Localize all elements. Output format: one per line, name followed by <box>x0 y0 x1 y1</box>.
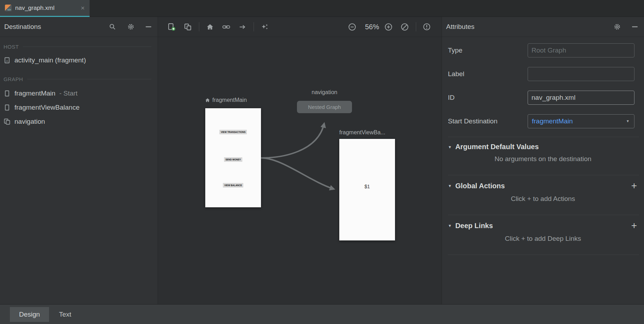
preview-balance-text: $1 <box>339 184 395 189</box>
destination-nested-graph[interactable]: Nested Graph <box>297 101 352 113</box>
list-item-fragment-main[interactable]: fragmentMain - Start <box>4 86 158 100</box>
attributes-header: Attributes <box>442 17 644 37</box>
hide-panel-icon[interactable] <box>146 26 151 27</box>
editor-tab-nav-graph[interactable]: </> nav_graph.xml × <box>0 0 90 17</box>
search-icon[interactable] <box>109 23 116 30</box>
section-rule <box>27 79 151 79</box>
preview-button: VIEW BALANCE <box>223 183 243 188</box>
editor-tab-strip: </> nav_graph.xml × <box>0 0 644 17</box>
type-row: Type <box>442 38 644 62</box>
chevron-down-icon[interactable]: ▼ <box>621 119 634 123</box>
type-input[interactable] <box>528 43 634 57</box>
deep-links-hint: Click + to add Deep Links <box>442 235 644 243</box>
deep-links-header[interactable]: ▼ Deep Links + <box>442 221 644 231</box>
destinations-panel: Destinations HOST A acti <box>0 17 158 304</box>
zoom-in-icon[interactable] <box>382 20 395 33</box>
toolbar-separator <box>199 22 199 31</box>
list-item-navigation[interactable]: navigation <box>4 115 158 129</box>
list-item-label: navigation <box>14 118 45 126</box>
preview-button: VIEW TRANSACTIONS <box>219 130 247 134</box>
graph-section-label: GRAPH <box>4 74 158 84</box>
collapse-triangle-icon: ▼ <box>448 184 452 188</box>
tab-text[interactable]: Text <box>50 307 80 322</box>
attributes-title: Attributes <box>446 23 474 31</box>
zoom-level: 56% <box>365 23 379 31</box>
toolbar-separator <box>254 22 254 31</box>
label-label: Label <box>448 70 464 78</box>
list-item-fragment-view-balance[interactable]: fragmentViewBalance <box>4 100 158 115</box>
xml-file-icon: </> <box>5 5 12 11</box>
navigation-node-label: navigation <box>297 89 352 96</box>
list-item-activity-main[interactable]: A activity_main (fragment) <box>4 53 158 68</box>
start-destination-row: Start Destination fragmentMain ▼ <box>442 109 644 133</box>
start-destination-dropdown[interactable]: fragmentMain ▼ <box>528 114 634 128</box>
collapse-triangle-icon: ▼ <box>448 224 452 228</box>
home-tool-icon[interactable] <box>203 20 216 33</box>
tab-title: nav_graph.xml <box>15 5 55 12</box>
start-destination-label: Start Destination <box>448 117 497 125</box>
editor-mode-bar: Design Text <box>0 304 644 324</box>
argument-section-header[interactable]: ▼ Argument Default Values <box>442 143 644 151</box>
activity-icon: A <box>4 57 11 64</box>
add-action-button[interactable]: + <box>631 181 637 191</box>
global-actions-section: ▼ Global Actions + Click + to add Action… <box>442 175 644 203</box>
gear-icon[interactable] <box>614 23 621 30</box>
gear-icon[interactable] <box>127 23 134 30</box>
destination-fragment-main[interactable]: VIEW TRANSACTIONS SEND MONEY VIEW BALANC… <box>205 108 261 207</box>
zoom-out-icon[interactable] <box>346 20 359 33</box>
argument-default-values-section: ▼ Argument Default Values No arguments o… <box>442 137 644 163</box>
label-input[interactable] <box>528 67 634 81</box>
dropdown-value: fragmentMain <box>528 117 621 125</box>
id-input[interactable] <box>528 91 634 105</box>
fragment-icon <box>4 90 11 97</box>
add-deep-link-button[interactable]: + <box>631 221 637 231</box>
attributes-panel: Attributes Type Label ID <box>442 17 644 304</box>
start-suffix: - Start <box>59 90 78 97</box>
action-arrow-icon[interactable] <box>236 20 249 33</box>
destinations-header: Destinations <box>0 17 158 37</box>
list-item-label: activity_main (fragment) <box>14 56 86 64</box>
fragment-view-balance-label: fragmentViewBa... <box>339 129 385 136</box>
fragment-main-label: fragmentMain <box>205 97 247 103</box>
hide-panel-icon[interactable] <box>632 26 638 27</box>
section-separator <box>448 255 639 255</box>
destination-fragment-view-balance[interactable]: $1 <box>339 139 395 240</box>
link-tool-icon[interactable] <box>220 20 232 33</box>
nested-graph-tool-icon[interactable] <box>181 20 194 33</box>
action-arrows <box>158 37 442 304</box>
list-item-label: fragmentMain <box>14 90 55 97</box>
list-item-label: fragmentViewBalance <box>14 104 79 111</box>
auto-arrange-icon[interactable] <box>258 20 271 33</box>
canvas-toolbar: 56% <box>158 17 442 37</box>
android-studio-nav-editor: </> nav_graph.xml × Destinations HOS <box>0 0 644 324</box>
global-actions-header[interactable]: ▼ Global Actions + <box>442 181 644 191</box>
close-icon[interactable]: × <box>81 5 85 11</box>
nav-graph-canvas[interactable]: fragmentMain VIEW TRANSACTIONS SEND MONE… <box>158 37 442 304</box>
global-actions-hint: Click + to add Actions <box>442 195 644 203</box>
deep-links-section: ▼ Deep Links + Click + to add Deep Links <box>442 215 644 243</box>
new-destination-icon[interactable] <box>165 20 178 33</box>
nested-graph-label: Nested Graph <box>308 104 341 110</box>
type-label: Type <box>448 47 462 54</box>
id-row: ID <box>442 86 644 109</box>
label-row: Label <box>442 62 644 86</box>
svg-text:A: A <box>6 59 8 63</box>
home-icon <box>205 98 210 102</box>
section-rule <box>23 47 151 47</box>
canvas-column: 56% <box>158 17 442 304</box>
collapse-triangle-icon: ▼ <box>448 145 452 149</box>
fragment-icon <box>4 104 11 111</box>
argument-section-hint: No arguments on the destination <box>442 155 644 163</box>
zoom-to-fit-icon[interactable] <box>398 20 411 33</box>
destinations-title: Destinations <box>4 23 41 31</box>
toolbar-separator <box>416 22 416 31</box>
error-check-icon[interactable] <box>420 20 433 33</box>
preview-button: SEND MONEY <box>224 157 242 162</box>
tab-design[interactable]: Design <box>10 307 49 322</box>
nested-graph-icon <box>4 118 11 125</box>
host-section-label: HOST <box>4 42 158 51</box>
id-label: ID <box>448 94 455 102</box>
